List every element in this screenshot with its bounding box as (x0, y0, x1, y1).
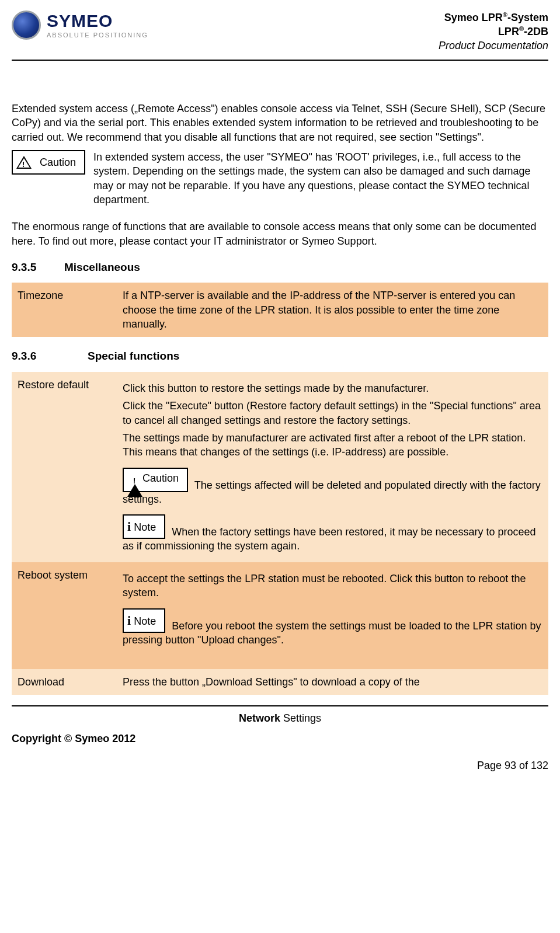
warning-icon: ! (127, 472, 142, 497)
logo-icon (12, 11, 41, 40)
header-rule (12, 60, 548, 61)
doc-title-2a: LPR (498, 26, 519, 37)
restore-note-line: i Note When the factory settings have be… (123, 510, 542, 553)
timezone-label: Timezone (12, 283, 117, 337)
restore-p1: Click this button to restore the setting… (123, 381, 542, 395)
restore-p2: Click the "Execute" button (Restore fact… (123, 399, 542, 427)
section-title: Special functions (88, 350, 179, 362)
doc-title-1b: -System (507, 12, 548, 23)
restore-cell: Click this button to restore the setting… (117, 372, 548, 562)
table-row: Download Press the button „Download Sett… (12, 669, 548, 695)
reg-mark: ® (503, 11, 507, 18)
caution-badge: ! Caution (123, 468, 188, 492)
table-row: Restore default Click this button to res… (12, 372, 548, 562)
table-row: Timezone If a NTP-server is available an… (12, 283, 548, 337)
caution-block: ! Caution In extended system access, the… (12, 150, 548, 207)
note-badge: i Note (123, 608, 165, 633)
restore-label: Restore default (12, 372, 117, 562)
info-icon: i (127, 519, 131, 534)
section-title: Miscellaneous (64, 261, 140, 273)
footer-rest: Settings (280, 712, 321, 724)
special-functions-table: Restore default Click this button to res… (12, 372, 548, 695)
page-number: Page 93 of 132 (12, 758, 548, 772)
page-header: SYMEO ABSOLUTE POSITIONING Symeo LPR®-Sy… (12, 11, 548, 53)
copyright: Copyright © Symeo 2012 (12, 732, 548, 746)
logo: SYMEO ABSOLUTE POSITIONING (12, 11, 148, 40)
warning-icon: ! (16, 156, 32, 169)
reg-mark: ® (519, 25, 524, 32)
section-9-3-5: 9.3.5Miscellaneous (12, 260, 548, 275)
reboot-note-text: Before you reboot the system the setting… (123, 619, 541, 645)
doc-title-2b: -2DB (524, 26, 548, 37)
caution-label: Caution (142, 472, 179, 484)
footer-bold: Network (239, 712, 280, 724)
section-number: 9.3.6 (12, 349, 88, 364)
timezone-text: If a NTP-server is available and the IP-… (117, 283, 548, 337)
note-label: Note (134, 521, 156, 533)
restore-p3: The settings made by manufacturer are ac… (123, 431, 542, 459)
section-number: 9.3.5 (12, 260, 64, 275)
download-label: Download (12, 669, 117, 695)
reboot-note-line: i Note Before you reboot the system the … (123, 604, 542, 647)
caution-text: In extended system access, the user "SYM… (93, 150, 548, 207)
brand-name: SYMEO (47, 12, 148, 30)
restore-caution-line: ! Caution The settings affected will be … (123, 463, 542, 506)
main-content: Extended system access („Remote Access")… (12, 102, 548, 695)
note-label: Note (134, 615, 156, 627)
doc-subtitle: Product Documentation (439, 39, 548, 53)
section-9-3-6: 9.3.6Special functions (12, 349, 548, 364)
caution-badge: ! Caution (12, 150, 85, 175)
reboot-label: Reboot system (12, 562, 117, 669)
table-row: Reboot system To accept the settings the… (12, 562, 548, 669)
reboot-cell: To accept the settings the LPR station m… (117, 562, 548, 669)
doc-title-1a: Symeo LPR (444, 12, 503, 23)
caution-label: Caution (40, 155, 76, 169)
info-icon: i (127, 613, 131, 628)
intro-paragraph: Extended system access („Remote Access")… (12, 102, 548, 144)
reboot-p1: To accept the settings the LPR station m… (123, 572, 542, 600)
restore-note-text: When the factory settings have been rest… (123, 526, 536, 552)
range-paragraph: The enormous range of functions that are… (12, 220, 548, 248)
doc-title-block: Symeo LPR®-System LPR®-2DB Product Docum… (439, 11, 548, 53)
brand-tagline: ABSOLUTE POSITIONING (47, 32, 148, 39)
footer-section-title: Network Settings (12, 711, 548, 725)
download-text: Press the button „Download Settings" to … (117, 669, 548, 695)
timezone-table: Timezone If a NTP-server is available an… (12, 283, 548, 337)
note-badge: i Note (123, 514, 165, 539)
footer-rule (12, 705, 548, 706)
